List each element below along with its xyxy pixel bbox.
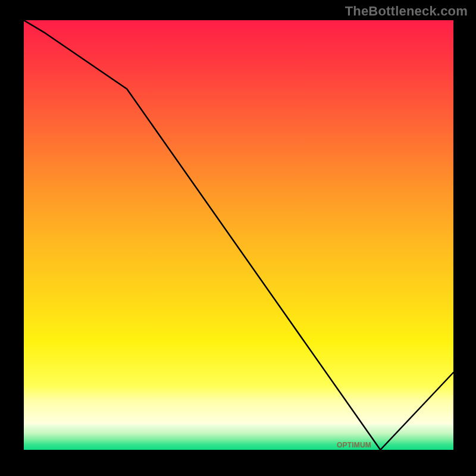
chart-frame: TheBottleneck.com OPTIMUM bbox=[0, 0, 476, 476]
watermark-text: TheBottleneck.com bbox=[345, 4, 468, 19]
bottleneck-curve bbox=[24, 20, 453, 450]
optimal-label: OPTIMUM bbox=[337, 441, 371, 449]
curve-svg bbox=[24, 20, 453, 450]
plot-area: OPTIMUM bbox=[24, 20, 453, 450]
